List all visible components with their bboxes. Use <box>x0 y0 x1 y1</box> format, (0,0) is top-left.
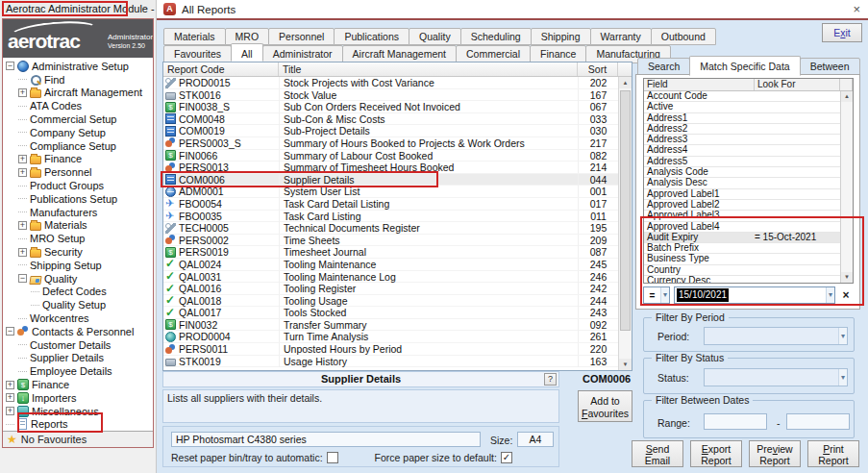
report-row-com0006[interactable]: COM0006Supplier Details044 <box>163 174 618 187</box>
report-row-qal0031[interactable]: ✓QAL0031Tooling Maintenance Log246 <box>163 271 618 284</box>
field-row-address3[interactable]: Address3 <box>644 135 840 145</box>
tree-item-mro-setup[interactable]: MRO Setup <box>3 232 153 245</box>
field-row-batch-prefix[interactable]: Batch Prefix <box>644 243 840 254</box>
report-row-fin0032[interactable]: $FIN0032Transfer Summary092 <box>163 319 618 332</box>
tree-item-aircraft-management[interactable]: +Aircraft Management <box>3 87 153 100</box>
tree-item-quality[interactable]: −Quality <box>3 272 153 286</box>
expand-icon[interactable]: + <box>18 248 27 257</box>
report-row-pers0011[interactable]: PERS0011Unposted Hours by Period220 <box>163 343 618 356</box>
report-row-pers0019[interactable]: $PERS0019Timesheet Journal087 <box>163 246 618 259</box>
chevron-down-icon[interactable]: ▾ <box>826 287 834 303</box>
help-button[interactable]: ? <box>544 373 557 386</box>
tab-shipping[interactable]: Shipping <box>531 28 591 45</box>
expand-icon[interactable]: + <box>18 221 27 230</box>
tab-match-specific-data[interactable]: Match Specific Data <box>689 56 800 76</box>
clear-criteria-icon[interactable]: × <box>839 288 853 302</box>
report-row-stk0016[interactable]: STK0016Stock Value167 <box>163 89 618 102</box>
reset-paper-checkbox[interactable] <box>327 452 338 463</box>
tree-item-supplier-details[interactable]: Supplier Details <box>3 352 153 365</box>
tree-item-finance[interactable]: +Finance <box>3 153 153 166</box>
tree-item-quality-setup[interactable]: Quality Setup <box>3 298 153 311</box>
report-row-pers0003-s[interactable]: PERS0003_SSummary of Hours Booked to Pro… <box>163 137 618 150</box>
date-combobox[interactable]: 15/10/2021 ▾ <box>674 286 835 304</box>
tree-item-workcentres[interactable]: Workcentres <box>3 311 153 325</box>
column-header-look-for[interactable]: Look For <box>755 79 840 90</box>
paper-size-field[interactable]: A4 <box>517 432 554 447</box>
tab-outbound[interactable]: Outbound <box>651 28 716 45</box>
tab-warranty[interactable]: Warranty <box>590 28 652 45</box>
tab-all[interactable]: All <box>231 43 263 62</box>
exit-button[interactable]: Exit <box>822 23 862 42</box>
scrollbar-thumb[interactable] <box>620 90 631 331</box>
field-row-audit-expiry[interactable]: Audit Expiry= 15-Oct-2021 <box>644 233 840 243</box>
status-select[interactable]: ▾ <box>704 368 848 386</box>
range-to-field[interactable] <box>786 413 850 430</box>
tree-item-product-groups[interactable]: Product Groups <box>3 179 153 192</box>
tree-item-defect-codes[interactable]: Defect Codes <box>3 286 153 299</box>
tree-item-personnel[interactable]: +Personnel <box>3 165 153 179</box>
print-report-button[interactable]: PrintReport <box>807 440 859 467</box>
tree-item-customer-details[interactable]: Customer Details <box>3 338 153 352</box>
field-row-analysis-code[interactable]: Analysis Code <box>644 167 840 178</box>
tab-between[interactable]: Between <box>800 58 860 75</box>
operator-combobox[interactable]: = ▾ <box>643 286 670 304</box>
add-to-favourites-button[interactable]: Add toFavourites <box>578 390 632 422</box>
expand-icon[interactable]: + <box>6 393 14 402</box>
tab-publications[interactable]: Publications <box>334 28 409 45</box>
report-row-qal0024[interactable]: ✓QAL0024Tooling Maintenance245 <box>163 259 618 271</box>
force-size-checkbox[interactable] <box>501 452 512 463</box>
range-from-field[interactable] <box>704 413 767 430</box>
reports-table-scrollbar[interactable]: ▲ ▼ <box>618 77 632 370</box>
field-row-address4[interactable]: Address4 <box>644 145 840 156</box>
field-row-approved-label3[interactable]: Approved Label3 <box>644 211 840 221</box>
tree-item-contacts-personnel[interactable]: −Contacts & Personnel <box>3 325 153 338</box>
field-row-currency-desc[interactable]: Currency Desc <box>644 276 840 283</box>
field-row-approved-label4[interactable]: Approved Label4 <box>644 222 840 233</box>
report-row-stk0019[interactable]: STK0019Usage History163 <box>163 356 618 368</box>
report-row-qal0018[interactable]: ✓QAL0018Tooling Usage244 <box>163 295 618 308</box>
chevron-down-icon[interactable]: ▾ <box>660 287 669 303</box>
collapse-icon[interactable]: − <box>18 274 27 283</box>
field-list-header[interactable]: Field Look For <box>644 79 853 91</box>
expand-icon[interactable]: + <box>18 168 27 177</box>
field-row-address5[interactable]: Address5 <box>644 157 840 167</box>
tree-item-shipping-setup[interactable]: Shipping Setup <box>3 259 153 272</box>
report-row-pers0013[interactable]: PERS0013Summary of Timesheet Hours Booke… <box>163 162 618 174</box>
report-row-fbo0054[interactable]: ✈FBO0054Task Card Detail Listing017 <box>163 198 618 211</box>
tree-item-miscellaneous[interactable]: +Miscellaneous <box>3 405 153 418</box>
expand-icon[interactable]: + <box>6 407 14 415</box>
tree-item-security[interactable]: +Security <box>3 245 153 259</box>
expand-icon[interactable]: + <box>18 155 27 163</box>
report-row-adm0001[interactable]: ADM0001System User List001 <box>163 186 618 198</box>
field-list-scrollbar[interactable]: ▲ ▼ <box>840 91 853 283</box>
report-row-prod0004[interactable]: PROD0004Turn Time Analysis261 <box>163 331 618 343</box>
tree-item-ata-codes[interactable]: ATA Codes <box>3 99 153 112</box>
report-row-com0048[interactable]: COM0048Sub-Con & Misc Costs033 <box>163 113 618 126</box>
tree-item-reports[interactable]: Reports <box>3 418 153 431</box>
field-row-address2[interactable]: Address2 <box>644 124 840 135</box>
report-row-qal0017[interactable]: ✓QAL0017Tools Stocked243 <box>163 307 618 319</box>
field-row-country[interactable]: Country <box>644 265 840 276</box>
tab-materials[interactable]: Materials <box>163 28 226 45</box>
tab-personnel[interactable]: Personnel <box>268 28 335 45</box>
period-select[interactable]: ▾ <box>704 327 848 345</box>
send-email-button[interactable]: SendEmail <box>632 440 683 467</box>
field-row-account-code[interactable]: Account Code <box>644 91 840 102</box>
report-row-pers0002[interactable]: PERS0002Time Sheets209 <box>163 235 618 247</box>
tree-item-publications-setup[interactable]: Publications Setup <box>3 192 153 206</box>
column-header-sort[interactable]: Sort <box>578 62 618 76</box>
close-icon[interactable]: × <box>853 3 860 15</box>
field-row-approved-label2[interactable]: Approved Label2 <box>644 200 840 211</box>
collapse-icon[interactable]: − <box>6 327 14 336</box>
report-row-fin0038-s[interactable]: $FIN0038_SSub Con Orders Received Not In… <box>163 101 618 113</box>
field-row-analysis-desc[interactable]: Analysis Desc <box>644 178 840 188</box>
tab-scheduling[interactable]: Scheduling <box>460 28 532 45</box>
tree-item-company-setup[interactable]: Company Setup <box>3 126 153 139</box>
scroll-down-icon[interactable]: ▼ <box>841 272 853 283</box>
report-row-fin0066[interactable]: $FIN0066Summary of Labour Cost Booked082 <box>163 150 618 162</box>
column-header-title[interactable]: Title <box>279 62 578 76</box>
scroll-up-icon[interactable]: ▲ <box>841 91 853 102</box>
column-header-field[interactable]: Field <box>644 79 755 90</box>
export-report-button[interactable]: ExportReport <box>690 440 742 467</box>
tree-item-compliance-setup[interactable]: Compliance Setup <box>3 139 153 153</box>
